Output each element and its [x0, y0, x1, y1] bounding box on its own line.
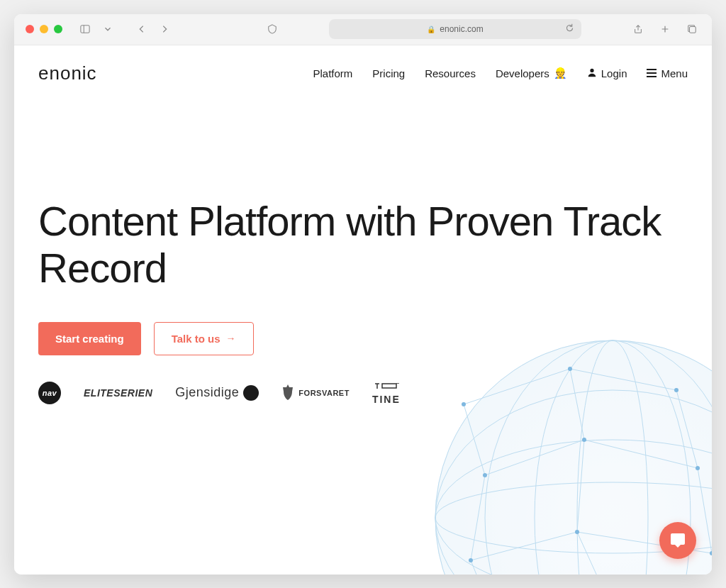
nav-login[interactable]: Login [587, 67, 627, 79]
close-window-button[interactable] [26, 25, 34, 33]
chat-icon [669, 532, 686, 549]
logo-tine: TINE [372, 381, 401, 405]
logo-eliteserien: ELITESERIEN [84, 387, 152, 399]
svg-point-36 [483, 473, 487, 477]
gjensidige-mark-icon [243, 385, 259, 401]
browser-toolbar: 🔒 enonic.com [14, 14, 712, 45]
svg-point-38 [696, 466, 700, 470]
tabs-icon[interactable] [683, 21, 700, 38]
window-controls [26, 25, 62, 33]
user-icon [587, 67, 597, 79]
nav-pricing[interactable]: Pricing [372, 67, 405, 79]
svg-point-37 [582, 438, 586, 442]
nav-developers[interactable]: Developers 👷 [496, 67, 567, 79]
new-tab-icon[interactable] [657, 21, 674, 38]
start-creating-button[interactable]: Start creating [38, 322, 141, 355]
logo-nav: nav [38, 382, 61, 404]
construction-worker-icon: 👷 [554, 67, 567, 79]
page-content: enonic Platform Pricing Resources Develo… [14, 45, 712, 575]
svg-rect-4 [690, 27, 696, 33]
svg-rect-0 [81, 26, 89, 33]
nav-badge-icon: nav [38, 382, 61, 404]
nav-menu[interactable]: Menu [647, 67, 688, 79]
svg-point-35 [674, 388, 678, 392]
maximize-window-button[interactable] [54, 25, 62, 33]
crest-icon [281, 384, 294, 401]
svg-point-34 [568, 367, 572, 371]
browser-window: 🔒 enonic.com enonic Platform Pricing [14, 14, 712, 575]
address-bar[interactable]: 🔒 enonic.com [329, 19, 581, 39]
share-icon[interactable] [630, 21, 647, 38]
chat-button[interactable] [659, 522, 696, 559]
cta-secondary-label: Talk to us [172, 333, 220, 345]
chevron-down-icon[interactable] [99, 21, 116, 38]
svg-point-33 [462, 402, 466, 406]
brand-logo[interactable]: enonic [38, 62, 97, 84]
hamburger-icon [647, 69, 657, 77]
menu-label: Menu [661, 67, 688, 79]
sidebar-toggle-icon[interactable] [77, 21, 94, 38]
url-text: enonic.com [440, 24, 483, 34]
arrow-right-icon: → [226, 333, 236, 344]
privacy-report-icon[interactable] [264, 21, 281, 38]
logo-forsvaret: FORSVARET [281, 384, 350, 401]
lock-icon: 🔒 [427, 26, 435, 33]
svg-point-39 [469, 558, 473, 562]
nav-platform[interactable]: Platform [313, 67, 352, 79]
logo-gjensidige: Gjensidige [175, 385, 259, 401]
forward-button[interactable] [156, 21, 173, 38]
svg-point-40 [575, 530, 579, 534]
minimize-window-button[interactable] [40, 25, 48, 33]
nav-resources[interactable]: Resources [425, 67, 476, 79]
site-header: enonic Platform Pricing Resources Develo… [14, 45, 712, 84]
hero-headline: Content Platform with Proven Track Recor… [38, 198, 688, 292]
talk-to-us-button[interactable]: Talk to us → [154, 322, 254, 355]
cta-primary-label: Start creating [55, 333, 124, 345]
nav-developers-label: Developers [496, 67, 549, 79]
main-nav: Platform Pricing Resources Developers 👷 … [313, 67, 688, 79]
svg-rect-7 [382, 384, 396, 388]
tine-mark-icon [374, 381, 399, 392]
reload-icon[interactable] [565, 23, 574, 35]
login-label: Login [601, 67, 627, 79]
back-button[interactable] [133, 21, 150, 38]
